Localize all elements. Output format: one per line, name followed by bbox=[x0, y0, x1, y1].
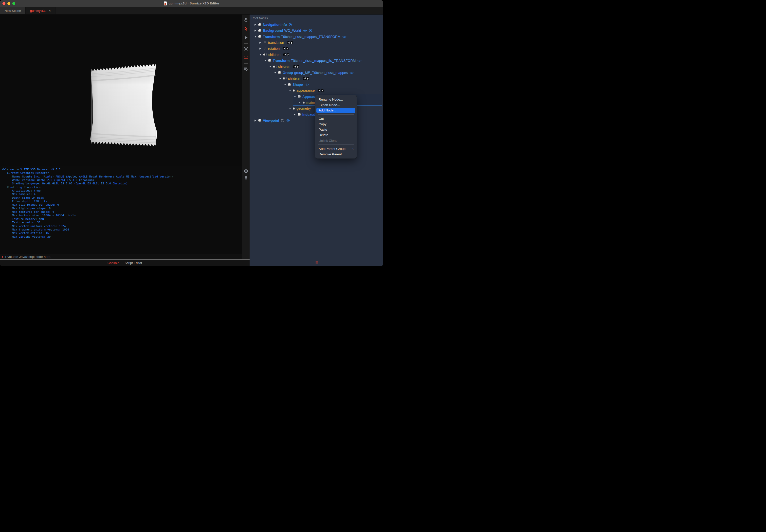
tab-gummy-x3d[interactable]: gummy.x3d× bbox=[26, 7, 55, 14]
expander-icon[interactable] bbox=[264, 60, 268, 61]
menu-item-paste[interactable]: Paste bbox=[315, 127, 356, 132]
console-input[interactable]: Evaluate JavaScript code here. bbox=[5, 255, 51, 259]
outline-node-row[interactable]: Groupgroup_ME_Tütchen_rissc_mappes bbox=[249, 70, 383, 75]
menu-item-rename-node[interactable]: Rename Node... bbox=[315, 97, 356, 102]
clear-console-icon[interactable] bbox=[243, 168, 248, 174]
expander-icon[interactable] bbox=[259, 42, 263, 44]
route-input-icon[interactable] bbox=[287, 41, 290, 44]
expander-icon[interactable] bbox=[254, 36, 258, 37]
eye-icon[interactable] bbox=[357, 59, 361, 62]
route-connectors bbox=[318, 89, 323, 92]
console-output[interactable]: Welcome to X_ITE X3D Browser v9.5.2: Cur… bbox=[0, 166, 242, 254]
route-output-icon[interactable] bbox=[296, 65, 299, 68]
minimize-window-button[interactable] bbox=[7, 2, 10, 5]
outline-header: Root Nodes bbox=[249, 15, 383, 22]
play-icon[interactable] bbox=[243, 35, 248, 40]
bind-icon[interactable] bbox=[288, 23, 292, 26]
route-input-icon[interactable] bbox=[283, 47, 285, 50]
route-output-icon[interactable] bbox=[306, 77, 309, 80]
eye-icon[interactable] bbox=[304, 83, 309, 86]
route-input-icon[interactable] bbox=[283, 53, 286, 56]
menu-item-unlink-clone: Unlink Clone bbox=[315, 138, 356, 143]
outline-list-icon[interactable] bbox=[314, 260, 319, 265]
menu-item-copy[interactable]: Copy bbox=[315, 121, 356, 127]
expander-icon[interactable] bbox=[289, 90, 293, 91]
outline-field-row[interactable]: children bbox=[249, 52, 383, 57]
route-input-icon[interactable] bbox=[303, 77, 306, 80]
close-window-button[interactable] bbox=[2, 2, 5, 5]
outline-field-row[interactable]: children bbox=[249, 64, 383, 70]
field-name: children bbox=[288, 77, 300, 81]
light-icon[interactable] bbox=[243, 55, 248, 60]
outline-node-row[interactable]: TransformTütchen_rissc_mappes_TRANSFORM bbox=[249, 34, 383, 40]
bind-icon[interactable] bbox=[309, 29, 312, 32]
menu-item-label: Delete bbox=[318, 133, 328, 137]
node-type-name: NavigationInfo bbox=[263, 23, 287, 27]
field-name: children bbox=[278, 65, 290, 69]
expander-icon[interactable] bbox=[274, 72, 278, 73]
outline-field-row[interactable]: rotation bbox=[249, 46, 383, 52]
menu-item-label: Copy bbox=[318, 122, 326, 126]
expander-icon[interactable] bbox=[254, 30, 258, 32]
menu-item-add-node[interactable]: Add Node... bbox=[316, 108, 355, 113]
multi-node-icon bbox=[276, 66, 277, 68]
menu-item-delete[interactable]: Delete bbox=[315, 132, 356, 138]
footer-tab-console[interactable]: Console bbox=[107, 261, 119, 265]
window-title: gummy.x3d · Sunrize X3D Editor bbox=[169, 1, 219, 5]
expander-icon[interactable] bbox=[259, 48, 263, 50]
route-input-icon[interactable] bbox=[318, 89, 320, 92]
footer-tab-script-editor[interactable]: Script Editor bbox=[124, 261, 142, 265]
expander-icon[interactable] bbox=[279, 78, 283, 79]
outline-node-row[interactable]: Shape bbox=[249, 82, 383, 88]
pan-hand-icon[interactable] bbox=[243, 17, 248, 22]
route-output-icon[interactable] bbox=[286, 47, 288, 50]
outline-field-row[interactable]: translation bbox=[249, 40, 383, 46]
multi-node-icon bbox=[266, 53, 267, 56]
outline-footer bbox=[249, 259, 383, 266]
select-arrow-icon[interactable] bbox=[243, 26, 248, 31]
expander-icon[interactable] bbox=[254, 24, 258, 26]
expander-icon[interactable] bbox=[269, 66, 273, 67]
flag-field-icon bbox=[263, 41, 266, 44]
expander-icon[interactable] bbox=[289, 108, 293, 109]
menu-item-remove-parent[interactable]: Remove Parent bbox=[315, 152, 356, 157]
pouch-3d-object[interactable] bbox=[0, 15, 242, 166]
eye-icon[interactable] bbox=[342, 35, 346, 38]
expander-icon[interactable] bbox=[254, 120, 258, 122]
submenu-arrow-icon: › bbox=[352, 147, 353, 151]
toolbar-separator bbox=[244, 184, 248, 184]
tab-close-icon[interactable]: × bbox=[49, 9, 51, 13]
script-editor-icon[interactable] bbox=[243, 66, 248, 71]
field-sphere-icon bbox=[283, 77, 285, 80]
bind-icon[interactable] bbox=[286, 119, 290, 122]
outline-node-row[interactable]: NavigationInfo bbox=[249, 22, 383, 28]
menu-item-export-node[interactable]: Export Node... bbox=[315, 102, 356, 107]
eye-icon[interactable] bbox=[349, 71, 353, 74]
outline-node-row[interactable]: TransformTütchen_rissc_mappes_ifs_TRANSF… bbox=[249, 58, 383, 64]
eye-icon[interactable] bbox=[303, 29, 307, 32]
expander-icon[interactable] bbox=[259, 54, 263, 55]
node-def-name: group_ME_Tütchen_rissc_mappes bbox=[294, 71, 348, 75]
route-input-icon[interactable] bbox=[293, 65, 296, 68]
route-output-icon[interactable] bbox=[286, 53, 289, 56]
outline-field-row[interactable]: appearance bbox=[249, 88, 383, 93]
menu-item-cut[interactable]: Cut bbox=[315, 116, 356, 121]
viewport-3d[interactable] bbox=[0, 15, 242, 166]
expander-icon[interactable] bbox=[299, 102, 302, 104]
snapshot-icon[interactable] bbox=[243, 46, 248, 52]
outline-field-row[interactable]: children bbox=[249, 76, 383, 82]
outline-node-row[interactable]: BackgroundWO_World bbox=[249, 28, 383, 34]
tab-new-scene[interactable]: New Scene bbox=[0, 7, 26, 14]
wrench-icon[interactable] bbox=[281, 119, 284, 122]
tab-bar: New Scenegummy.x3d× bbox=[0, 7, 383, 15]
maximize-window-button[interactable] bbox=[12, 2, 15, 5]
menu-item-add-parent-group[interactable]: Add Parent Group› bbox=[315, 146, 356, 151]
route-connectors bbox=[283, 47, 288, 50]
expander-icon[interactable] bbox=[294, 96, 298, 97]
route-output-icon[interactable] bbox=[290, 41, 293, 44]
node-type-name: Viewpoint bbox=[263, 119, 279, 123]
trash-icon[interactable] bbox=[243, 175, 248, 180]
expander-icon[interactable] bbox=[284, 84, 288, 85]
expander-icon[interactable] bbox=[294, 114, 298, 116]
route-output-icon[interactable] bbox=[321, 89, 323, 92]
